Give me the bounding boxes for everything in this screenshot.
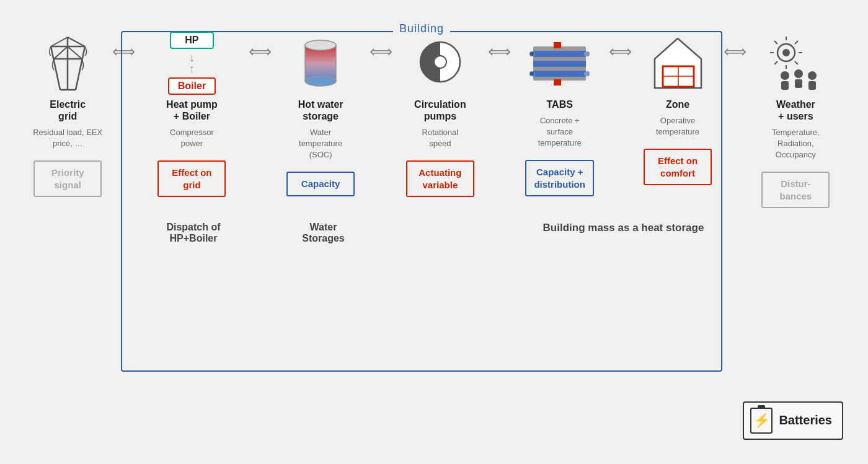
col-tabs: TABS Concrete +surfacetemperature Capaci…: [512, 31, 607, 197]
heatpump-name: Heat pump+ Boiler: [166, 98, 218, 122]
svg-rect-25: [554, 79, 561, 85]
svg-rect-18: [533, 61, 586, 67]
hotstorage-name: Hot waterstorage: [298, 98, 343, 122]
svg-line-4: [68, 37, 85, 46]
svg-point-41: [794, 69, 803, 78]
main-container: Building: [12, 12, 856, 452]
weather-users-name: Weather+ users: [776, 98, 815, 122]
svg-line-36: [774, 61, 777, 64]
zone-icon: [633, 31, 722, 96]
circ-pumps-desc: Rotationalspeed: [422, 127, 459, 149]
batteries-box: ⚡ Batteries: [743, 401, 843, 440]
svg-line-3: [51, 37, 68, 46]
svg-point-22: [529, 71, 534, 76]
zone-desc: Operativetemperature: [656, 115, 699, 138]
svg-line-7: [51, 46, 60, 90]
svg-rect-40: [781, 81, 789, 90]
col-weather: Weather+ users Temperature,Radiation,Occ…: [748, 31, 843, 209]
svg-line-5: [54, 46, 68, 59]
svg-point-23: [585, 71, 590, 76]
svg-rect-44: [808, 81, 816, 90]
hp-boiler-arrows: ↓ ↑: [189, 52, 195, 74]
col-circ: Circulationpumps Rotationalspeed Actuati…: [394, 31, 486, 198]
zone-name: Zone: [666, 98, 689, 110]
effect-on-comfort-badge: Effect oncomfort: [644, 149, 712, 185]
svg-point-12: [305, 76, 336, 86]
tabs-name: TABS: [547, 98, 573, 110]
priority-signal-badge: Prioritysignal: [33, 160, 102, 197]
svg-line-35: [795, 41, 798, 44]
weather-users-icon: [748, 31, 843, 96]
svg-rect-24: [554, 42, 561, 48]
svg-point-43: [808, 71, 817, 80]
weather-users-desc: Temperature,Radiation,Occupancy: [772, 127, 820, 161]
svg-rect-17: [533, 51, 586, 57]
svg-point-39: [781, 71, 789, 80]
tabs-desc: Concrete +surfacetemperature: [538, 115, 582, 149]
capacity-distribution-badge: Capacity +distribution: [525, 160, 594, 196]
svg-line-34: [774, 41, 777, 44]
svg-point-20: [529, 51, 534, 56]
svg-rect-19: [533, 71, 586, 77]
batteries-label: Batteries: [779, 413, 832, 427]
svg-point-13: [305, 40, 336, 50]
heatpump-icon: HP ↓ ↑ Boiler: [136, 31, 247, 96]
electric-grid-name: Electricgrid: [50, 98, 86, 122]
svg-line-37: [795, 61, 798, 64]
battery-icon: ⚡: [750, 408, 773, 434]
hotstorage-icon: [273, 31, 368, 96]
col-zone: Zone Operativetemperature Effect oncomfo…: [633, 31, 722, 186]
heatpump-desc: Compressorpower: [170, 127, 214, 149]
electric-grid-desc: Residual load, EEX price, …: [25, 127, 110, 149]
svg-point-15: [434, 56, 446, 68]
capacity-badge: Capacity: [286, 172, 355, 196]
svg-line-6: [68, 46, 82, 59]
disturbances-badge: Distur-bances: [761, 172, 830, 208]
hotstorage-desc: Watertemperature(SOC): [299, 127, 342, 161]
col-heatpump: HP ↓ ↑ Boiler Heat pump+ Boiler Compress…: [136, 31, 247, 198]
col-electric: Electricgrid Residual load, EEX price, ……: [25, 31, 110, 198]
hp-box: HP: [170, 32, 213, 49]
svg-line-8: [76, 46, 85, 90]
svg-point-21: [585, 51, 590, 56]
col-hotstorage: Hot waterstorage Watertemperature(SOC) C…: [273, 31, 368, 196]
circ-pumps-name: Circulationpumps: [414, 98, 466, 122]
circ-pumps-icon: [394, 31, 486, 96]
arrow-6: ⟺: [722, 43, 748, 59]
electric-grid-icon: [25, 31, 110, 96]
boiler-box: Boiler: [168, 77, 216, 95]
tabs-icon: [512, 31, 607, 96]
svg-point-38: [782, 49, 790, 56]
svg-rect-42: [795, 79, 802, 88]
effect-on-grid-badge: Effect ongrid: [157, 160, 226, 197]
actuating-variable-badge: Actuatingvariable: [406, 160, 474, 197]
